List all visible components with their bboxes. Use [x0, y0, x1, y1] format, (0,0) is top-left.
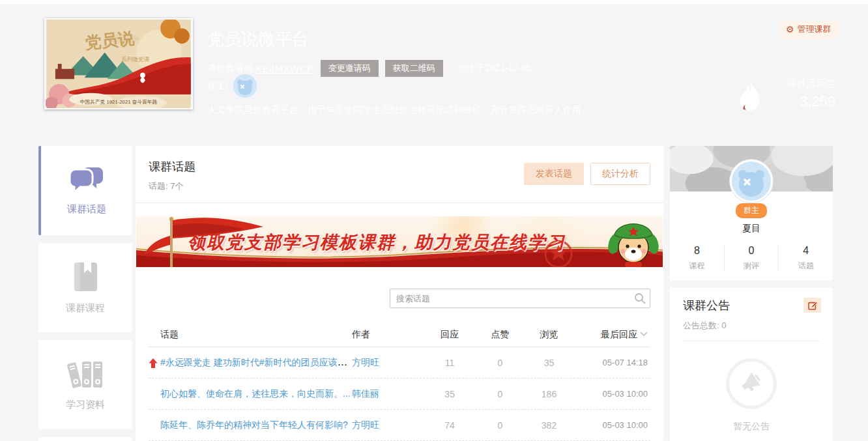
publish-topic-button[interactable]: 发表话题 — [524, 163, 584, 185]
sidebar-item-courses[interactable]: 课群课程 — [38, 243, 132, 332]
invite-code-link[interactable]: KE4MXWCP — [255, 63, 314, 74]
search-box — [390, 289, 650, 308]
svg-text:系列微党课: 系列微党课 — [121, 56, 150, 63]
svg-text:中国共产党 1921-2021 奋斗百年路: 中国共产党 1921-2021 奋斗百年路 — [80, 99, 157, 105]
sidebar-item-label: 课群话题 — [67, 203, 106, 216]
topics-table: 话题 作者 回应 点赞 浏览 最后回应 #永远跟党走 建功新时代#新时代的团员应… — [149, 322, 650, 441]
edit-pencil-icon — [807, 300, 818, 311]
topic-views: 382 — [525, 420, 573, 431]
topic-link[interactable]: 初心如磐、使命在肩，述往思来，向史而新。... — [160, 388, 351, 399]
col-likes: 点赞 — [476, 329, 525, 341]
sidebar-item-partial — [38, 437, 132, 441]
topic-views: 186 — [525, 389, 573, 399]
promo-banner[interactable]: 领取党支部学习模板课群，助力党员在线学习 — [136, 216, 663, 267]
topic-title-cell: 陈延年、陈乔年的精神对当下年轻人有何影响? — [149, 419, 352, 431]
manage-group-label: 管理课群 — [798, 23, 832, 35]
table-row: 陈延年、陈乔年的精神对当下年轻人有何影响? 方明旺 74 0 382 05-03… — [149, 410, 650, 441]
activity-label: 课群活跃度 — [770, 78, 835, 90]
topic-views: 35 — [525, 358, 573, 368]
sidebar-item-topics[interactable]: 课群话题 — [38, 146, 132, 235]
manage-group-button[interactable]: ⚙ 管理课群 — [779, 20, 838, 38]
topic-replies: 35 — [424, 389, 476, 399]
edit-announcement-button[interactable] — [803, 298, 821, 313]
profile-avatar[interactable] — [730, 160, 773, 203]
topic-link[interactable]: #永远跟党走 建功新时代#新时代的团员应该有... — [160, 356, 352, 367]
owner-row: 群主: — [207, 74, 257, 98]
table-header: 话题 作者 回应 点赞 浏览 最后回应 — [149, 322, 650, 347]
page: 党员说 系列微党课 中国共产党 1921-2021 奋斗百年路 党员说微平台 课… — [0, 0, 868, 441]
banner-text: 领取党支部学习模板课群，助力党员在线学习 — [136, 231, 617, 254]
get-qr-code-button[interactable]: 获取二维码 — [385, 60, 443, 77]
bear-avatar-icon — [732, 162, 771, 201]
col-replies: 回应 — [424, 329, 476, 341]
table-row: 初心如磐、使命在肩，述往思来，向史而新。... 韩佳丽 35 0 186 05-… — [149, 378, 650, 410]
binders-icon — [66, 358, 104, 390]
group-description: 人文学院思政教育平台，用于丰富学院学生思想政治教育形式和途径，充分发挥思政育人作… — [207, 104, 637, 116]
owner-profile-card: 群主 夏目 8 课程 0 测评 4 话题 — [670, 146, 833, 281]
mascot-icon — [605, 218, 661, 267]
topics-actions: 发表话题 统计分析 — [524, 163, 650, 185]
topic-likes: 0 — [476, 389, 525, 399]
flame-icon — [736, 80, 764, 114]
change-invite-code-button[interactable]: 变更邀请码 — [321, 60, 379, 77]
search-input[interactable] — [390, 289, 650, 308]
topic-link[interactable]: 陈延年、陈乔年的精神对当下年轻人有何影响? — [160, 420, 348, 430]
activity-text: 课群活跃度 3,259 — [770, 78, 835, 110]
activity-value: 3,259 — [770, 93, 835, 110]
group-header: 党员说 系列微党课 中国共产党 1921-2021 奋斗百年路 党员说微平台 课… — [0, 5, 868, 132]
topic-author[interactable]: 方明旺 — [352, 357, 424, 369]
book-icon — [68, 261, 102, 293]
search-row — [149, 289, 650, 308]
owner-avatar[interactable] — [233, 74, 257, 98]
bear-avatar-icon — [233, 74, 257, 98]
megaphone-icon — [737, 369, 766, 398]
topics-panel: 课群话题 话题: 7个 发表话题 统计分析 — [136, 146, 663, 441]
topic-title-cell: 初心如磐、使命在肩，述往思来，向史而新。... — [149, 388, 352, 400]
gear-icon: ⚙ — [786, 25, 794, 34]
topic-last-reply: 05-03 10:00 — [573, 389, 650, 399]
topic-replies: 74 — [424, 420, 476, 431]
cover-art-illustration: 党员说 系列微党课 中国共产党 1921-2021 奋斗百年路 — [46, 20, 192, 108]
topic-likes: 0 — [476, 420, 525, 431]
table-row: #永远跟党走 建功新时代#新时代的团员应该有... 方明旺 11 0 35 05… — [149, 347, 650, 378]
stat-courses[interactable]: 8 课程 — [670, 245, 724, 272]
profile-stats: 8 课程 0 测评 4 话题 — [670, 245, 833, 272]
pinned-top-icon — [149, 358, 158, 368]
topic-author[interactable]: 方明旺 — [352, 420, 424, 431]
topics-header: 课群话题 话题: 7个 发表话题 统计分析 — [136, 146, 663, 203]
owner-label: 群主: — [207, 80, 228, 92]
topic-likes: 0 — [476, 358, 525, 368]
invite-code-label: 课群邀请码: — [207, 63, 255, 74]
sidebar-item-materials[interactable]: 学习资料 — [38, 340, 132, 429]
chat-bubbles-icon — [68, 165, 105, 194]
announcements-empty-state: 暂无公告 — [683, 358, 820, 433]
content: 课群话题 课群课程 — [0, 132, 868, 441]
owner-name: 夏目 — [670, 223, 833, 235]
stat-topics[interactable]: 4 话题 — [778, 245, 833, 272]
col-last-reply[interactable]: 最后回应 — [573, 329, 650, 341]
right-column: 群主 夏目 8 课程 0 测评 4 话题 — [670, 146, 833, 441]
col-views: 浏览 — [525, 329, 573, 341]
group-activity: 课群活跃度 3,259 — [736, 78, 835, 114]
announcement-count: 公告总数: 0 — [683, 320, 820, 341]
sidebar-item-label: 课群课程 — [66, 302, 105, 315]
col-author: 作者 — [352, 329, 424, 341]
created-date: 创建于2021-12-05 — [457, 63, 532, 74]
sidebar: 课群话题 课群课程 — [38, 146, 132, 441]
empty-announcement-text: 暂无公告 — [683, 421, 820, 433]
topic-last-reply: 05-07 14:18 — [573, 358, 650, 367]
stat-assessments[interactable]: 0 测评 — [724, 245, 779, 272]
sidebar-item-label: 学习资料 — [66, 399, 105, 411]
sort-chevron-icon[interactable] — [640, 332, 648, 337]
stats-analysis-button[interactable]: 统计分析 — [590, 163, 650, 185]
topic-replies: 11 — [424, 358, 476, 368]
megaphone-circle — [726, 358, 777, 409]
topic-last-reply: 05-03 10:00 — [573, 420, 650, 430]
topic-author[interactable]: 韩佳丽 — [352, 388, 424, 400]
group-title: 党员说微平台 — [207, 28, 309, 51]
announcements-title: 课群公告 — [683, 298, 820, 313]
cover-image: 党员说 系列微党课 中国共产党 1921-2021 奋斗百年路 — [44, 18, 193, 109]
search-icon[interactable] — [634, 292, 646, 304]
topic-title-cell: #永远跟党走 建功新时代#新时代的团员应该有... — [149, 356, 352, 369]
owner-badge: 群主 — [736, 203, 767, 218]
